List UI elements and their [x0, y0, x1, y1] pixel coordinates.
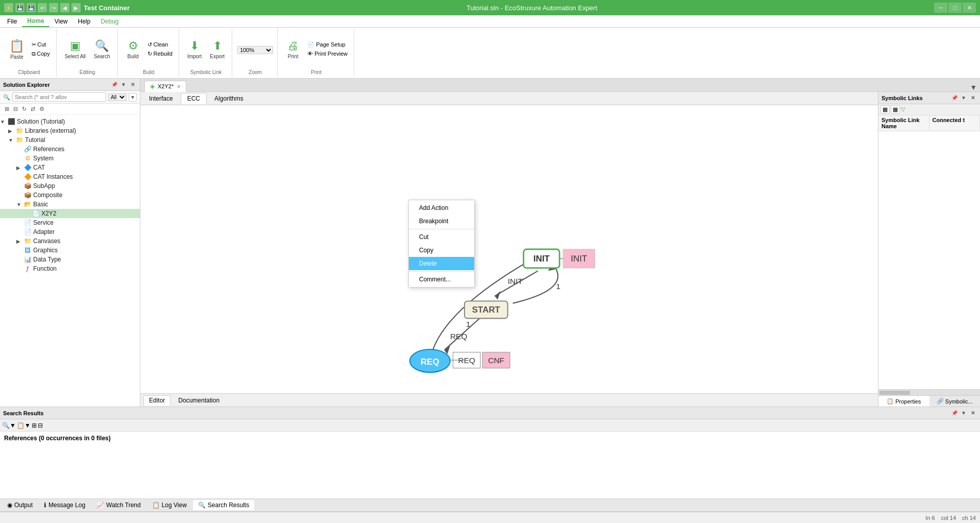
context-delete[interactable]: Delete [409, 257, 474, 270]
sym-close-button[interactable]: ✕ [969, 94, 977, 102]
sub-tab-algorithms[interactable]: Algorithms [208, 93, 250, 104]
scrollbar-thumb[interactable] [879, 391, 910, 395]
tree-item-cat-instances[interactable]: 🔶 CAT Instances [0, 172, 140, 181]
tree-item-references[interactable]: 🔗 References [0, 145, 140, 154]
close-button[interactable]: ✕ [963, 3, 976, 13]
context-cut[interactable]: Cut [409, 230, 474, 244]
context-copy[interactable]: Copy [409, 244, 474, 257]
tree-item-tutorial[interactable]: ▼ 📁 Tutorial [0, 135, 140, 145]
tree-item-composite[interactable]: 📦 Composite [0, 191, 140, 200]
sr-arrow-button[interactable]: ▼ [960, 409, 968, 417]
filter-options-button[interactable]: ▼ [129, 93, 137, 102]
menu-debug[interactable]: Debug [95, 16, 124, 27]
sr-tool-4[interactable]: ⊟ [38, 422, 43, 429]
tree-item-graphics[interactable]: 🖼 Graphics [0, 246, 140, 255]
menu-file[interactable]: File [2, 16, 22, 27]
symbolic-scrollbar[interactable] [878, 389, 980, 395]
tree-item-libraries[interactable]: ▶ 📁 Libraries (external) [0, 126, 140, 135]
clean-button[interactable]: ↺ Clean [145, 40, 175, 49]
nav-back-icon[interactable]: ◀ [60, 3, 69, 12]
tree-item-basic[interactable]: ▼ 📂 Basic [0, 200, 140, 209]
redo-icon[interactable]: ↪ [49, 3, 58, 12]
editor-dropdown-button[interactable]: ▼ [970, 83, 977, 91]
save-icon[interactable]: 💾 [15, 3, 24, 12]
sub-tab-ecc[interactable]: ECC [181, 93, 207, 104]
tree-item-subapp[interactable]: 📦 SubApp [0, 181, 140, 191]
tree-item-system[interactable]: ⚙ System [0, 154, 140, 163]
bottom-tab-watch-trend[interactable]: 📈 Watch Trend [91, 500, 146, 510]
tree-item-canvases[interactable]: ▶ 📁 Canvases [0, 236, 140, 246]
sym-pin-button[interactable]: 📌 [950, 94, 959, 102]
export-button[interactable]: ⬆ Export [207, 37, 228, 61]
sr-close-button[interactable]: ✕ [969, 409, 977, 417]
sr-tool-2[interactable]: 📋▼ [17, 422, 31, 429]
import-button[interactable]: ⬇ Import [184, 37, 205, 61]
tree-item-x2y2[interactable]: 📄 X2Y2 [0, 209, 140, 218]
refresh-button[interactable]: ↻ [20, 105, 28, 113]
tree-item-solution[interactable]: ▼ ⬛ Solution (Tutorial) [0, 117, 140, 126]
context-breakpoint[interactable]: Breakpoint [409, 215, 474, 228]
editor-tab-x2y2[interactable]: ◈ X2Y2* ✕ [144, 81, 186, 92]
collapse-all-button[interactable]: ⊟ [12, 105, 19, 113]
window-controls: ─ □ ✕ [934, 3, 976, 13]
node-init-label: INIT [533, 254, 550, 264]
tree-item-cat[interactable]: ▶ 🔷 CAT [0, 163, 140, 172]
menu-home[interactable]: Home [22, 16, 49, 27]
transition-label-init: INIT [508, 277, 523, 286]
page-setup-button[interactable]: 📄 Page Setup [305, 40, 350, 49]
sym-arrow-button[interactable]: ▼ [960, 94, 968, 102]
ecc-canvas-area[interactable]: INIT REQ 1 1 [140, 105, 878, 393]
build-button[interactable]: ⚙ Build [123, 37, 143, 61]
menu-help[interactable]: Help [72, 16, 95, 27]
save-all-icon[interactable]: 💾 [27, 3, 36, 12]
arrow-button[interactable]: ▼ [119, 81, 128, 89]
zoom-select[interactable]: 100% 75% 50% 150% 200% [237, 46, 273, 54]
menu-view[interactable]: View [50, 16, 73, 27]
active-container-label: Test Container [84, 4, 130, 12]
sr-tool-1[interactable]: 🔍▼ [2, 422, 16, 429]
print-preview-button[interactable]: 👁 Print Preview [305, 50, 350, 58]
settings-button[interactable]: ⚙ [38, 105, 46, 113]
search-button[interactable]: 🔍 Search [91, 37, 113, 61]
select-all-button[interactable]: ▣ Select All [62, 37, 89, 61]
node-start-label: START [472, 305, 501, 315]
context-add-action[interactable]: Add Action [409, 201, 474, 215]
tree-item-adapter[interactable]: 📄 Adapter [0, 227, 140, 236]
sym-tab-properties[interactable]: 📋 Properties [878, 396, 929, 407]
nav-fwd-icon[interactable]: ▶ [71, 3, 81, 12]
editor-tab-controls: ▼ [970, 83, 980, 91]
tree-item-function[interactable]: ƒ Function [0, 264, 140, 273]
tree-item-service[interactable]: 📄 Service [0, 218, 140, 227]
minimize-button[interactable]: ─ [934, 3, 947, 13]
tab-close-x2y2[interactable]: ✕ [177, 84, 181, 89]
editor-tab-editor[interactable]: Editor [143, 395, 170, 406]
paste-button[interactable]: 📋 Paste [6, 37, 28, 62]
sr-pin-button[interactable]: 📌 [950, 409, 959, 417]
undo-icon[interactable]: ↩ [38, 3, 47, 12]
editor-tab-documentation[interactable]: Documentation [173, 395, 225, 406]
sym-filter-icon[interactable]: ▽ [901, 106, 905, 113]
sym-tab-symbolic[interactable]: 🔗 Symbolic... [929, 396, 981, 407]
solution-search-input[interactable] [12, 92, 106, 102]
sub-tab-interface[interactable]: Interface [142, 93, 180, 104]
sym-tool-2[interactable]: ▦ [891, 105, 900, 114]
copy-button[interactable]: ⧉ Copy [30, 50, 52, 58]
close-panel-button[interactable]: ✕ [129, 81, 137, 89]
bottom-tab-search-results[interactable]: 🔍 Search Results [193, 500, 254, 510]
sr-tool-3[interactable]: ⊞ [32, 422, 37, 429]
filter-select[interactable]: All [108, 93, 127, 101]
cut-button[interactable]: ✂ Cut [30, 40, 52, 49]
bottom-tab-message-log[interactable]: ℹ Message Log [39, 500, 90, 510]
print-button[interactable]: 🖨 Print [283, 37, 303, 61]
sym-tool-1[interactable]: ▦ [880, 105, 890, 114]
pin-button[interactable]: 📌 [110, 81, 118, 89]
bottom-tab-output[interactable]: ◉ Output [2, 500, 38, 510]
bottom-tab-log-view[interactable]: 📋 Log View [147, 500, 192, 510]
tree-item-datatype[interactable]: 📊 Data Type [0, 255, 140, 264]
solution-explorer-header: Solution Explorer 📌 ▼ ✕ [0, 79, 140, 91]
sync-button[interactable]: ⇄ [29, 105, 37, 113]
expand-all-button[interactable]: ⊞ [3, 105, 11, 113]
maximize-button[interactable]: □ [948, 3, 962, 13]
context-comment[interactable]: Comment... [409, 273, 474, 286]
rebuild-button[interactable]: ↻ Rebuild [145, 50, 175, 58]
